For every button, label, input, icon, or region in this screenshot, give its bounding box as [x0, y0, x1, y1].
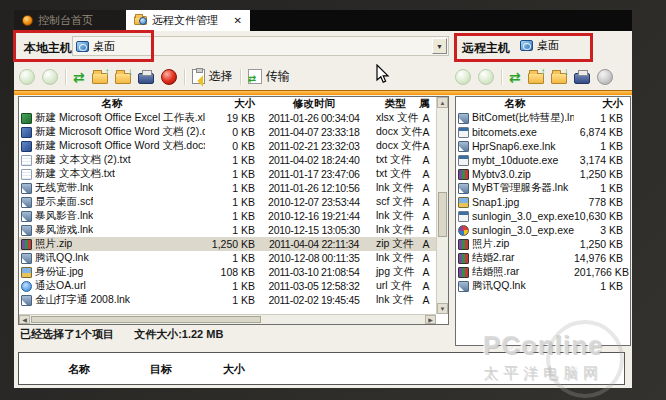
refresh-icon[interactable]: ⇄	[73, 69, 85, 85]
file-row[interactable]: 新建 Microsoft Office Excel 工作表.xlsx 19 KB…	[19, 111, 448, 125]
select-button[interactable]: 选择	[192, 68, 233, 85]
printer-icon[interactable]	[574, 73, 590, 84]
file-size: 1 KB	[574, 280, 626, 292]
column-header-attr[interactable]: 属	[419, 97, 433, 111]
folder-download-icon[interactable]: ↓	[115, 73, 131, 84]
file-type: docx 文件	[371, 125, 419, 139]
close-icon[interactable]: ✕	[234, 15, 242, 26]
toolbar-separator	[501, 69, 502, 85]
file-row[interactable]: mybt_10duote.exe 3,174 KB	[456, 153, 630, 167]
jpg-file-icon	[21, 267, 32, 278]
scroll-down-icon[interactable]: ▼	[437, 303, 448, 314]
queue-column-name[interactable]: 名称	[51, 362, 107, 377]
file-row[interactable]: BitComet(比特彗星).lnk 1 KB	[456, 111, 630, 125]
printer-icon[interactable]	[138, 73, 154, 84]
file-row[interactable]: sunlogin_3.0_exp.exe.torrent 3 KB	[456, 223, 630, 237]
file-row[interactable]: 金山打字通 2008.lnk 1 KB 2011-02-02 19:45:45 …	[19, 293, 448, 307]
file-attr: A	[419, 210, 433, 222]
local-path-combobox[interactable]: 桌面 ▼	[72, 36, 449, 56]
excel-file-icon	[21, 113, 32, 124]
local-file-list: 名称 大小 修改时间 类型 属 新建 Microsoft Office Exce…	[18, 96, 449, 325]
file-attr: A	[419, 126, 433, 138]
zip-file-icon	[21, 239, 32, 250]
forward-icon[interactable]	[478, 69, 494, 85]
column-header-name[interactable]: 名称	[456, 97, 574, 111]
tab-console-home[interactable]: 控制台首页	[14, 10, 126, 31]
vertical-scrollbar[interactable]: ▲ ▼	[436, 97, 448, 314]
file-size: 1 KB	[205, 196, 257, 208]
file-row[interactable]: 新建 Microsoft Office Word 文档 (2).docx 0 K…	[19, 125, 448, 139]
file-row[interactable]: 结婚照.rar 201,766 KB	[456, 265, 630, 279]
file-row[interactable]: 暴风影音.lnk 1 KB 2010-12-16 19:21:44 lnk 文件…	[19, 209, 448, 223]
file-name: HprSnap6.exe.lnk	[472, 140, 555, 152]
exe-file-icon	[458, 211, 469, 222]
remote-file-manager-window: 控制台首页 远程文件管理 ✕ 本地主机 桌面 ▼ 远程主机 桌面 ⇄ ↑ ↓	[14, 10, 632, 388]
folder-download-icon[interactable]: ↓	[551, 73, 567, 84]
file-row[interactable]: 腾讯QQ.lnk 1 KB	[456, 279, 630, 293]
column-header-modified[interactable]: 修改时间	[257, 97, 371, 111]
file-row[interactable]: bitcomets.exe 6,874 KB	[456, 125, 630, 139]
transfer-icon: ⇄	[248, 69, 262, 84]
file-row[interactable]: 照片.zip 1,250 KB 2011-04-04 22:11:34 zip …	[19, 237, 448, 251]
file-attr: A	[419, 112, 433, 124]
file-row[interactable]: 显示桌面.scf 1 KB 2010-12-07 23:53:44 scf 文件…	[19, 195, 448, 209]
file-size: 3 KB	[574, 224, 626, 236]
file-name: 腾讯QQ.lnk	[35, 251, 89, 265]
tab-remote-file-manager[interactable]: 远程文件管理 ✕	[126, 10, 250, 31]
horizontal-scrollbar[interactable]: ◀ ▶	[19, 314, 436, 324]
file-type: lnk 文件	[371, 293, 419, 307]
column-header-type[interactable]: 类型	[371, 97, 419, 111]
file-row[interactable]: 无线宽带.lnk 1 KB 2011-01-26 12:10:56 lnk 文件…	[19, 181, 448, 195]
file-attr: A	[419, 238, 433, 250]
file-row[interactable]: 身份证.jpg 108 KB 2011-03-10 21:08:54 jpg 文…	[19, 265, 448, 279]
txt-file-icon	[21, 169, 32, 180]
file-row[interactable]: 暴风游戏.lnk 1 KB 2010-12-15 13:05:30 lnk 文件…	[19, 223, 448, 237]
file-row[interactable]: 新建 文本文档.txt 1 KB 2011-01-17 23:47:06 txt…	[19, 167, 448, 181]
file-attr: A	[419, 294, 433, 306]
refresh-icon[interactable]: ⇄	[509, 69, 521, 85]
lnk-file-icon	[458, 141, 469, 152]
file-name: 新建 Microsoft Office Excel 工作表.xlsx	[35, 111, 205, 125]
file-row[interactable]: 新建 Microsoft Office Word 文档.docx 0 KB 20…	[19, 139, 448, 153]
transfer-button[interactable]: ⇄ 传输	[248, 68, 290, 85]
file-name: 结婚2.rar	[472, 251, 515, 265]
file-row[interactable]: HprSnap6.exe.lnk 1 KB	[456, 139, 630, 153]
folder-up-icon[interactable]: ↑	[92, 73, 108, 84]
back-icon[interactable]	[455, 69, 471, 85]
file-type: xlsx 文件	[371, 111, 419, 125]
file-row[interactable]: 结婚2.rar 14,976 KB	[456, 251, 630, 265]
folder-up-icon[interactable]: ↑	[528, 73, 544, 84]
file-row[interactable]: 腾讯QQ.lnk 1 KB 2010-12-08 00:11:35 lnk 文件…	[19, 251, 448, 265]
scroll-left-icon[interactable]: ◀	[19, 315, 30, 324]
column-header-size[interactable]: 大小	[205, 97, 257, 111]
file-row[interactable]: MyBT管理服务器.lnk 1 KB	[456, 181, 630, 195]
file-size: 6,874 KB	[574, 126, 626, 138]
remote-path-combobox[interactable]: 桌面	[520, 38, 559, 53]
delete-icon[interactable]	[161, 69, 177, 85]
queue-column-size[interactable]: 大小	[209, 362, 259, 377]
file-row[interactable]: Snap1.jpg 778 KB	[456, 195, 630, 209]
file-row[interactable]: 通达OA.url 1 KB 2011-03-05 12:58:32 url 文件…	[19, 279, 448, 293]
column-header-name[interactable]: 名称	[19, 97, 205, 111]
file-size: 1 KB	[205, 280, 257, 292]
file-size: 1,250 KB	[574, 168, 626, 180]
file-size: 201,766 KB	[574, 266, 626, 278]
queue-column-target[interactable]: 目标	[133, 362, 189, 377]
file-size: 1 KB	[205, 252, 257, 264]
file-row[interactable]: sunlogin_3.0_exp.exe 10,630 KB	[456, 209, 630, 223]
forward-icon[interactable]	[42, 69, 58, 85]
file-size: 1 KB	[574, 182, 626, 194]
scroll-right-icon[interactable]: ▶	[425, 315, 436, 324]
file-row[interactable]: 新建 文本文档 (2).txt 1 KB 2011-04-02 18:24:40…	[19, 153, 448, 167]
scrollbar-thumb[interactable]	[31, 316, 261, 323]
column-header-size[interactable]: 大小	[574, 97, 626, 111]
file-row[interactable]: 照片.zip 1,250 KB	[456, 237, 630, 251]
file-size: 1 KB	[205, 154, 257, 166]
scrollbar-thumb[interactable]	[438, 192, 447, 237]
file-row[interactable]: Mybtv3.0.zip 1,250 KB	[456, 167, 630, 181]
queue-header: 名称 目标 大小	[19, 353, 624, 377]
file-size: 778 KB	[574, 196, 626, 208]
back-icon[interactable]	[19, 69, 35, 85]
scroll-up-icon[interactable]: ▲	[437, 97, 448, 108]
chevron-down-icon[interactable]: ▼	[432, 38, 447, 54]
